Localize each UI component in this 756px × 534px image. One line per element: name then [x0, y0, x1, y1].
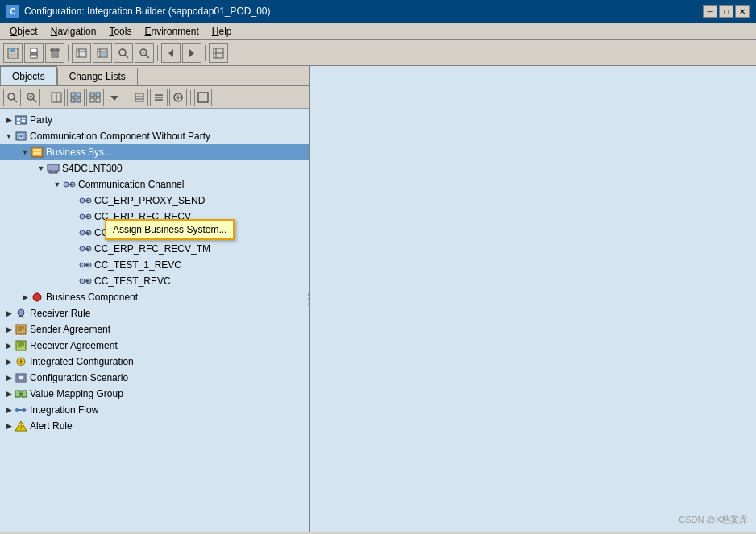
menu-environment[interactable]: Environment — [138, 24, 205, 39]
label-alert-rule: Alert Rule — [30, 420, 73, 432]
maximize-button[interactable]: □ — [719, 5, 733, 18]
toolbar-forward[interactable] — [182, 43, 201, 63]
svg-rect-69 — [52, 170, 55, 172]
svg-text:!: ! — [20, 424, 23, 431]
toolbar-btn5[interactable] — [93, 43, 112, 63]
close-button[interactable]: ✕ — [735, 5, 750, 18]
icon-party — [15, 114, 27, 126]
toolbar-back[interactable] — [161, 43, 181, 63]
svg-rect-67 — [48, 164, 59, 171]
svg-rect-46 — [135, 93, 143, 101]
obj-btn-arrow-down[interactable] — [106, 89, 123, 106]
tree-item-cc5[interactable]: CC_TEST_1_REVC — [0, 257, 309, 273]
menu-navigation[interactable]: Navigation — [44, 24, 103, 39]
menu-tools[interactable]: Tools — [102, 24, 138, 39]
icon-business-sys — [31, 146, 44, 159]
expand-integration-flow[interactable]: ▶ — [3, 404, 15, 416]
obj-btn-zoom[interactable] — [23, 89, 40, 106]
tree-item-integration-flow[interactable]: ▶ Integration Flow — [0, 402, 309, 418]
menu-object[interactable]: Object — [3, 24, 44, 39]
expand-comm-channel[interactable]: ▼ — [52, 179, 63, 190]
expand-comm-comp[interactable]: ▼ — [3, 130, 15, 142]
svg-rect-59 — [22, 118, 25, 119]
obj-btn-5[interactable] — [86, 89, 104, 106]
right-panel — [310, 66, 756, 532]
toolbar-sep-1 — [68, 45, 69, 61]
obj-btn-4[interactable] — [67, 89, 85, 106]
icon-cc1 — [79, 194, 92, 207]
expand-cc2 — [68, 211, 79, 222]
tree-item-comm-comp[interactable]: ▼ Communication Component Without Party — [0, 128, 309, 144]
expand-sender-agreement[interactable]: ▶ — [3, 324, 15, 335]
expand-party[interactable]: ▶ — [3, 114, 15, 126]
expand-business-comp[interactable]: ▶ — [19, 292, 31, 303]
label-integration-flow: Integration Flow — [30, 404, 98, 416]
tree-item-receiver-rule[interactable]: ▶ Receiver Rule — [0, 305, 309, 321]
label-cc5: CC_TEST_1_REVC — [94, 259, 181, 271]
expand-config-scenario[interactable]: ▶ — [3, 372, 15, 383]
tree-item-cc4[interactable]: CC_ERP_RFC_RECV_TM — [0, 241, 309, 257]
svg-point-19 — [119, 49, 126, 56]
tree-item-s4dclnt[interactable]: ▼ S4DCLNT300 — [0, 160, 309, 176]
tree-item-comm-channel[interactable]: ▼ Communication Channel — [0, 176, 309, 192]
tree-item-config-scenario[interactable]: ▶ Configuration Scenario — [0, 370, 309, 386]
minimize-button[interactable]: ─ — [703, 5, 717, 18]
toolbar-print[interactable] — [24, 43, 44, 63]
tab-objects[interactable]: Objects — [0, 66, 57, 85]
menu-help[interactable]: Help — [206, 24, 239, 39]
tab-change-lists[interactable]: Change Lists — [57, 68, 138, 85]
context-menu[interactable]: Assign Business System... — [105, 219, 235, 240]
toolbar-delete[interactable] — [45, 43, 64, 63]
tree-item-alert-rule[interactable]: ▶ ! Alert Rule — [0, 418, 309, 434]
toolbar-btn6[interactable] — [114, 43, 133, 63]
svg-point-70 — [64, 182, 69, 187]
toolbar-sep-2 — [157, 45, 158, 61]
svg-rect-41 — [90, 93, 94, 97]
obj-btn-frame[interactable] — [194, 89, 212, 106]
tree-item-cc1[interactable]: CC_ERP_PROXY_SEND — [0, 192, 309, 209]
context-menu-label[interactable]: Assign Business System... — [113, 224, 226, 235]
tree-item-receiver-agreement[interactable]: ▶ Receiver Agreement — [0, 337, 309, 354]
tree-item-party[interactable]: ▶ Party — [0, 112, 309, 128]
expand-business-sys[interactable]: ▼ — [19, 147, 31, 158]
obj-btn-3[interactable] — [48, 89, 65, 106]
obj-btn-9[interactable] — [169, 89, 187, 106]
expand-receiver-agreement[interactable]: ▶ — [3, 340, 15, 351]
toolbar-btn7[interactable] — [135, 43, 154, 63]
obj-btn-7[interactable] — [131, 89, 148, 106]
tree-item-business-sys[interactable]: ▼ Business Sys... — [0, 144, 309, 160]
obj-toolbar — [0, 86, 309, 109]
expand-receiver-rule[interactable]: ▶ — [3, 308, 15, 319]
tree-item-cc6[interactable]: CC_TEST_REVC — [0, 273, 309, 289]
panel-resize-handle[interactable] — [305, 66, 312, 532]
obj-btn-search[interactable] — [3, 89, 21, 106]
svg-marker-24 — [168, 49, 173, 57]
icon-s4dclnt — [47, 162, 60, 175]
tree-item-value-mapping[interactable]: ▶ Value Mapping Group — [0, 386, 309, 402]
expand-s4dclnt[interactable]: ▼ — [35, 163, 47, 174]
tree-item-sender-agreement[interactable]: ▶ Sender Agreement — [0, 321, 309, 337]
label-value-mapping: Value Mapping Group — [30, 388, 123, 399]
toolbar-save[interactable] — [3, 43, 23, 63]
expand-integrated-config[interactable]: ▶ — [3, 356, 15, 367]
left-panel: Objects Change Lists — [0, 66, 310, 532]
svg-marker-25 — [189, 49, 194, 57]
svg-rect-44 — [96, 98, 100, 102]
svg-rect-38 — [77, 93, 81, 97]
title-bar-controls[interactable]: ─ □ ✕ — [703, 5, 750, 18]
expand-value-mapping[interactable]: ▶ — [3, 388, 15, 399]
obj-sep-2 — [127, 90, 127, 105]
icon-cc5 — [79, 259, 92, 271]
expand-alert-rule[interactable]: ▶ — [3, 420, 15, 432]
svg-rect-2 — [9, 53, 17, 58]
obj-btn-8[interactable] — [150, 89, 168, 106]
label-s4dclnt: S4DCLNT300 — [62, 163, 123, 174]
svg-point-99 — [18, 309, 24, 316]
toolbar-btn10[interactable] — [209, 43, 228, 63]
tree-item-integrated-config[interactable]: ▶ Integrated Configuration — [0, 354, 309, 370]
tree-item-business-comp[interactable]: ▶ Business Component — [0, 289, 309, 305]
svg-line-22 — [146, 55, 149, 58]
tree-area[interactable]: ▶ Party ▼ Communication Component Withou… — [0, 109, 309, 532]
toolbar-btn4[interactable] — [72, 43, 91, 63]
icon-cc3 — [79, 226, 92, 239]
